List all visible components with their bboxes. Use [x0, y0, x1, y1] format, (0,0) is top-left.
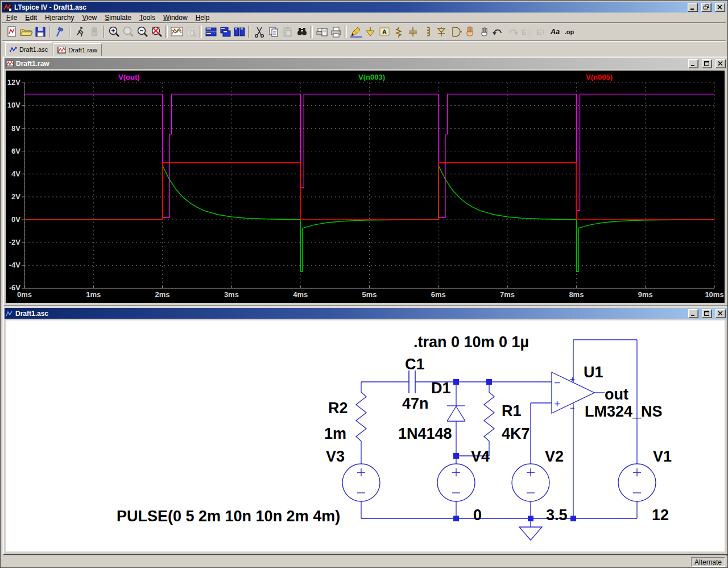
- tile-vertical-button[interactable]: [232, 25, 246, 39]
- y-axis-tick-label[interactable]: 2V: [11, 192, 20, 201]
- rotate-button[interactable]: E: [533, 25, 548, 39]
- ground-button[interactable]: [363, 25, 377, 39]
- netlist-button[interactable]: [184, 25, 198, 39]
- legend-vn003[interactable]: V(n003): [358, 73, 385, 81]
- voltage-source-V1[interactable]: [618, 464, 656, 518]
- label-v1-val[interactable]: 12: [652, 507, 669, 524]
- undo-button[interactable]: [491, 25, 505, 39]
- schem-minimize-button[interactable]: [688, 309, 698, 318]
- voltage-source-V3[interactable]: [342, 464, 380, 518]
- control-panel-button[interactable]: [53, 25, 67, 39]
- print-preview-button[interactable]: [315, 25, 329, 39]
- tab-draft1-raw[interactable]: Draft1.raw: [53, 43, 102, 56]
- node-square[interactable]: [453, 379, 459, 385]
- schem-close-button[interactable]: [715, 309, 726, 318]
- label-r2-ref[interactable]: R2: [328, 400, 348, 417]
- print-button[interactable]: [329, 25, 343, 39]
- label-v1-ref[interactable]: V1: [653, 448, 672, 465]
- run-button[interactable]: [73, 25, 87, 39]
- x-axis-tick-label[interactable]: 9ms: [638, 290, 653, 299]
- voltage-source-V4[interactable]: [437, 456, 475, 518]
- label-r1-ref[interactable]: R1: [502, 402, 522, 419]
- x-axis-tick-label[interactable]: 10ms: [705, 290, 723, 299]
- menu-window[interactable]: Window: [159, 13, 192, 22]
- cascade-button[interactable]: [218, 25, 232, 39]
- main-title-bar[interactable]: LTspice IV - Draft1.asc: [2, 2, 726, 13]
- cut-button[interactable]: [252, 25, 266, 39]
- y-axis-tick-label[interactable]: 12V: [7, 78, 20, 87]
- net-label-out[interactable]: out: [605, 386, 628, 403]
- find-button[interactable]: [295, 25, 309, 39]
- zoom-out-button[interactable]: [135, 25, 150, 39]
- menu-view[interactable]: View: [78, 13, 101, 22]
- move-button[interactable]: [462, 25, 477, 39]
- label-d1-val[interactable]: 1N4148: [398, 425, 452, 442]
- spice-directive-button[interactable]: .op: [562, 25, 576, 39]
- redo-button[interactable]: [505, 25, 519, 39]
- label-v3-val[interactable]: PULSE(0 5 2m 10n 10n 2m 4m): [117, 508, 340, 525]
- schematic-canvas[interactable]: − + + − .tran 0 10m 0 1µ C1 47n D1 1N414…: [6, 320, 725, 551]
- zoom-full-button[interactable]: [150, 25, 164, 39]
- spice-directive-text[interactable]: .tran 0 10m 0 1µ: [413, 334, 529, 351]
- diode-button[interactable]: [434, 25, 448, 39]
- x-axis-tick-label[interactable]: 3ms: [224, 290, 239, 299]
- node-square[interactable]: [486, 379, 492, 385]
- restore-button[interactable]: [701, 3, 712, 12]
- menu-hierarchy[interactable]: Hierarchy: [41, 13, 78, 22]
- label-r1-val[interactable]: 4K7: [502, 425, 530, 442]
- capacitor-button[interactable]: [406, 25, 420, 39]
- menu-file[interactable]: File: [2, 13, 21, 22]
- y-axis-tick-label[interactable]: -2V: [9, 238, 21, 246]
- label-v4-ref[interactable]: V4: [471, 448, 490, 465]
- label-v2-ref[interactable]: V2: [545, 448, 564, 465]
- menu-tools[interactable]: Tools: [135, 13, 159, 22]
- open-button[interactable]: [19, 25, 33, 39]
- component-button[interactable]: [448, 25, 462, 39]
- label-d1-ref[interactable]: D1: [431, 380, 451, 397]
- waveform-button[interactable]: [169, 25, 184, 39]
- y-axis-tick-label[interactable]: 6V: [11, 147, 20, 155]
- y-axis-tick-label[interactable]: 10V: [7, 101, 20, 109]
- tab-draft1-asc[interactable]: Draft1.asc: [5, 42, 52, 56]
- new-schematic-button[interactable]: [5, 25, 19, 39]
- minimize-button[interactable]: [688, 3, 698, 12]
- wave-minimize-button[interactable]: [688, 59, 698, 68]
- label-v3-ref[interactable]: V3: [326, 448, 345, 465]
- menu-simulate[interactable]: Simulate: [101, 13, 135, 22]
- halt-button[interactable]: [87, 25, 101, 39]
- wave-close-button[interactable]: [715, 59, 726, 68]
- node-square[interactable]: [570, 516, 576, 521]
- x-axis-tick-label[interactable]: 2ms: [155, 290, 170, 299]
- text-button[interactable]: Aa: [548, 25, 562, 39]
- node-square[interactable]: [528, 516, 533, 521]
- x-axis-tick-label[interactable]: 8ms: [569, 290, 584, 299]
- x-axis-tick-label[interactable]: 6ms: [431, 290, 446, 299]
- label-c1-val[interactable]: 47n: [402, 395, 429, 412]
- label-r2-val[interactable]: 1m: [324, 425, 346, 442]
- wave-maximize-button[interactable]: [702, 59, 712, 68]
- wire-button[interactable]: [349, 25, 363, 39]
- save-button[interactable]: [33, 25, 47, 39]
- waveform-window-title-bar[interactable]: Draft1.raw: [5, 58, 727, 69]
- resistor-R2[interactable]: [356, 382, 366, 464]
- net-label-button[interactable]: A: [377, 25, 391, 39]
- node-square[interactable]: [453, 516, 459, 521]
- label-u1-val[interactable]: LM324_NS: [585, 403, 663, 420]
- x-axis-tick-label[interactable]: 1ms: [86, 290, 101, 299]
- x-axis-tick-label[interactable]: 4ms: [293, 290, 308, 299]
- ground-symbol[interactable]: [519, 518, 542, 540]
- y-axis-tick-label[interactable]: -4V: [9, 261, 21, 269]
- label-u1-ref[interactable]: U1: [584, 364, 603, 381]
- label-v4-val[interactable]: 0: [473, 507, 482, 524]
- drag-button[interactable]: [477, 25, 491, 39]
- resistor-R1[interactable]: [484, 382, 494, 456]
- x-axis-tick-label[interactable]: 0ms: [17, 290, 32, 299]
- inductor-button[interactable]: [420, 25, 434, 39]
- y-axis-tick-label[interactable]: 4V: [11, 170, 20, 178]
- capacitor-C1[interactable]: [409, 371, 415, 393]
- close-button[interactable]: [715, 3, 725, 12]
- schem-maximize-button[interactable]: [702, 309, 712, 318]
- waveform-plot[interactable]: 12V10V8V6V4V2V0V-2V-4V-6V0ms1ms2ms3ms4ms…: [6, 71, 725, 303]
- mirror-button[interactable]: EE: [519, 25, 533, 39]
- x-axis-tick-label[interactable]: 5ms: [362, 290, 377, 299]
